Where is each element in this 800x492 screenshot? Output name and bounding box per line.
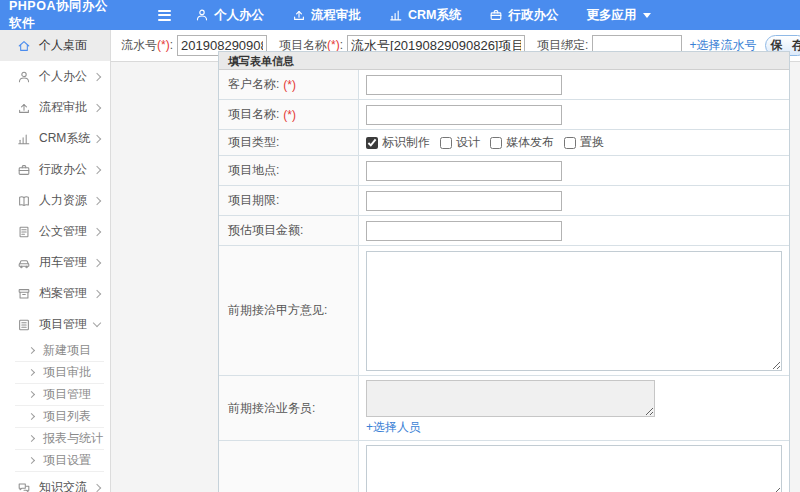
field-label: 项目地点: bbox=[219, 156, 359, 185]
checkbox-input[interactable] bbox=[564, 137, 576, 149]
sidebar-item-label: 个人桌面 bbox=[39, 37, 87, 54]
hamburger-menu-icon[interactable] bbox=[158, 10, 171, 21]
document-icon bbox=[17, 225, 31, 239]
sidebar-subitem-label: 项目列表 bbox=[43, 408, 91, 425]
checkbox-option-media-release[interactable]: 媒体发布 bbox=[490, 134, 554, 151]
field-label: 预估项目金额: bbox=[219, 216, 359, 245]
checkbox-label: 设计 bbox=[456, 134, 480, 151]
field-value-cell bbox=[359, 186, 789, 215]
sidebar-item-vehicle-management[interactable]: 用车管理 bbox=[0, 247, 110, 278]
extra-textarea[interactable] bbox=[366, 445, 782, 492]
checkbox-input[interactable] bbox=[366, 137, 378, 149]
field-label: 前期接洽业务员: bbox=[219, 376, 359, 440]
sidebar-item-admin-office[interactable]: 行政办公 bbox=[0, 154, 110, 185]
checkbox-option-sign-making[interactable]: 标识制作 bbox=[366, 134, 430, 151]
field-label: 项目期限: bbox=[219, 186, 359, 215]
topnav-admin-office[interactable]: 行政办公 bbox=[489, 7, 558, 24]
topnav-label: 流程审批 bbox=[311, 7, 361, 24]
archive-icon bbox=[17, 287, 31, 301]
sidebar-subitem-project-list[interactable]: 项目列表 bbox=[15, 406, 104, 428]
sidebar-subitem-project-approval[interactable]: 项目审批 bbox=[15, 362, 104, 384]
field-label: 前期接洽甲方意见: bbox=[219, 246, 359, 375]
content-area: 流水号(*): 项目名称(*): 项目绑定: +选择流水号 保 存 填写表单信息 bbox=[111, 30, 800, 492]
chevron-right-icon bbox=[93, 72, 101, 80]
caret-down-icon bbox=[643, 13, 651, 18]
required-mark: (*) bbox=[283, 78, 296, 92]
sidebar-item-workflow-approval[interactable]: 流程审批 bbox=[0, 92, 110, 123]
chevron-right-icon bbox=[28, 413, 35, 420]
main-wrapper: 个人桌面 个人办公 流程审批 CRM系统 bbox=[0, 30, 800, 492]
field-label bbox=[219, 441, 359, 492]
select-person-link[interactable]: +选择人员 bbox=[366, 419, 421, 436]
checkbox-label: 标识制作 bbox=[382, 134, 430, 151]
sidebar-subitem-reports-statistics[interactable]: 报表与统计 bbox=[15, 428, 104, 450]
field-value-cell: 标识制作 设计 媒体发布 bbox=[359, 130, 789, 155]
sidebar-item-personal-office[interactable]: 个人办公 bbox=[0, 61, 110, 92]
sidebar-item-archive-management[interactable]: 档案管理 bbox=[0, 278, 110, 309]
form-row-estimated-amount: 预估项目金额: bbox=[219, 216, 789, 246]
topnav-workflow-approval[interactable]: 流程审批 bbox=[292, 7, 361, 24]
form-row-project-type: 项目类型: 标识制作 设计 bbox=[219, 130, 789, 156]
chevron-right-icon bbox=[93, 227, 101, 235]
chevron-right-icon bbox=[93, 103, 101, 111]
project-name-field-input[interactable] bbox=[366, 105, 562, 125]
briefcase-icon bbox=[489, 8, 503, 22]
estimated-amount-input[interactable] bbox=[366, 221, 562, 241]
form-section-title: 填写表单信息 bbox=[219, 52, 789, 70]
checkbox-input[interactable] bbox=[490, 137, 502, 149]
sidebar: 个人桌面 个人办公 流程审批 CRM系统 bbox=[0, 30, 111, 492]
sidebar-item-project-management[interactable]: 项目管理 bbox=[0, 309, 110, 340]
sidebar-subitem-project-settings[interactable]: 项目设置 bbox=[15, 450, 104, 472]
salesperson-textarea[interactable] bbox=[366, 380, 655, 417]
chevron-right-icon bbox=[28, 435, 35, 442]
topnav-crm-system[interactable]: CRM系统 bbox=[389, 7, 461, 24]
field-value-cell bbox=[359, 246, 789, 375]
required-mark: (*) bbox=[327, 38, 340, 52]
sidebar-item-label: 项目管理 bbox=[39, 316, 87, 333]
top-bar: PHPOA协同办公软件 个人办公 流程审批 CRM系统 bbox=[0, 0, 800, 30]
customer-name-input[interactable] bbox=[366, 75, 562, 95]
form-row-project-name: 项目名称:(*) bbox=[219, 100, 789, 130]
top-nav: 个人办公 流程审批 CRM系统 行政办公 更多应用 bbox=[195, 7, 651, 24]
field-value-cell bbox=[359, 70, 789, 99]
field-value-cell bbox=[359, 216, 789, 245]
chevron-right-icon bbox=[93, 483, 101, 491]
client-opinion-textarea[interactable] bbox=[366, 251, 782, 371]
checkbox-input[interactable] bbox=[440, 137, 452, 149]
chevron-right-icon bbox=[28, 347, 35, 354]
checkbox-option-replacement[interactable]: 置换 bbox=[564, 134, 604, 151]
sidebar-item-knowledge-exchange[interactable]: 知识交流 bbox=[0, 472, 110, 492]
book-icon bbox=[17, 194, 31, 208]
checkbox-option-design[interactable]: 设计 bbox=[440, 134, 480, 151]
sidebar-subitem-project-management[interactable]: 项目管理 bbox=[15, 384, 104, 406]
form-row-extra bbox=[219, 441, 789, 492]
chevron-right-icon bbox=[28, 391, 35, 398]
sidebar-item-human-resources[interactable]: 人力资源 bbox=[0, 185, 110, 216]
form-row-project-location: 项目地点: bbox=[219, 156, 789, 186]
sidebar-subitem-label: 项目审批 bbox=[43, 364, 91, 381]
sidebar-item-label: 人力资源 bbox=[39, 192, 87, 209]
sidebar-subitem-label: 项目设置 bbox=[43, 452, 91, 469]
chevron-right-icon bbox=[28, 457, 35, 464]
project-duration-input[interactable] bbox=[366, 191, 562, 211]
form-panel: 填写表单信息 客户名称:(*) 项目名称:(*) bbox=[218, 51, 790, 492]
sidebar-item-crm-system[interactable]: CRM系统 bbox=[0, 123, 110, 154]
sidebar-subitem-new-project[interactable]: 新建项目 bbox=[15, 340, 104, 362]
form-row-customer-name: 客户名称:(*) bbox=[219, 70, 789, 100]
checkbox-label: 媒体发布 bbox=[506, 134, 554, 151]
field-value-cell: +选择人员 bbox=[359, 376, 789, 440]
sidebar-item-label: 用车管理 bbox=[39, 254, 87, 271]
sidebar-subitem-label: 项目管理 bbox=[43, 386, 91, 403]
app-window: PHPOA协同办公软件 个人办公 流程审批 CRM系统 bbox=[0, 0, 800, 492]
field-label: 客户名称:(*) bbox=[219, 70, 359, 99]
sidebar-item-label: CRM系统 bbox=[39, 130, 90, 147]
clipboard-icon bbox=[17, 318, 31, 332]
topnav-more-apps[interactable]: 更多应用 bbox=[586, 7, 651, 24]
sidebar-item-label: 档案管理 bbox=[39, 285, 87, 302]
user-icon bbox=[17, 70, 31, 84]
sidebar-item-document-management[interactable]: 公文管理 bbox=[0, 216, 110, 247]
chevron-right-icon bbox=[93, 134, 101, 142]
project-location-input[interactable] bbox=[366, 161, 562, 181]
sidebar-item-personal-desktop[interactable]: 个人桌面 bbox=[0, 30, 110, 61]
topnav-personal-office[interactable]: 个人办公 bbox=[195, 7, 264, 24]
